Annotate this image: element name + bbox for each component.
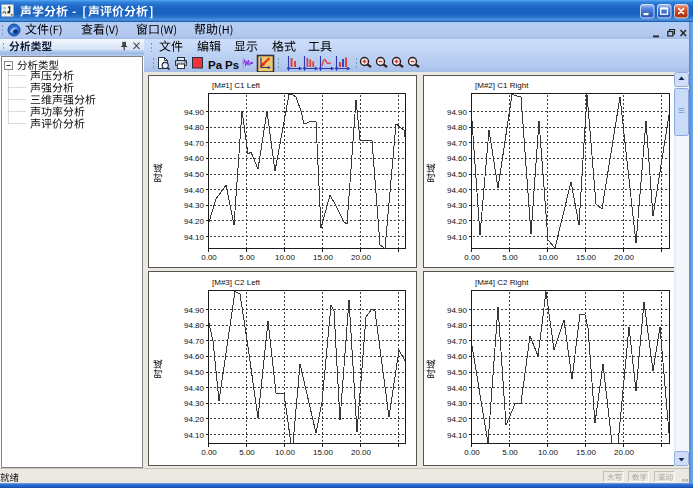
svg-text:[M#3] C2 Left: [M#3] C2 Left [212,278,261,287]
svg-text:94.40: 94.40 [184,384,205,393]
svg-text:94.60: 94.60 [447,352,468,361]
svg-text:94.70: 94.70 [184,337,205,346]
svg-text:94.20: 94.20 [447,415,468,424]
svg-text:5.00: 5.00 [239,253,255,262]
svg-text:5.00: 5.00 [239,448,255,457]
svg-text:5.00: 5.00 [502,448,518,457]
svg-text:94.10: 94.10 [447,431,468,440]
svg-text:5.00: 5.00 [502,253,518,262]
svg-text:94.30: 94.30 [447,399,468,408]
svg-text:10.00: 10.00 [275,448,296,457]
svg-text:10.00: 10.00 [538,448,559,457]
svg-text:94.50: 94.50 [184,170,205,179]
svg-text:94.90: 94.90 [184,108,205,117]
svg-text:94.50: 94.50 [447,170,468,179]
svg-text:20.00: 20.00 [614,253,635,262]
svg-text:10.00: 10.00 [538,253,559,262]
svg-text:94.90: 94.90 [184,306,205,315]
svg-text:Ps: Ps [225,59,239,71]
svg-text:0.00: 0.00 [201,253,217,262]
svg-text:15.00: 15.00 [576,448,597,457]
svg-text:94.60: 94.60 [184,352,205,361]
svg-text:15.00: 15.00 [576,253,597,262]
svg-text:20.00: 20.00 [351,448,372,457]
svg-text:94.70: 94.70 [184,139,205,148]
svg-text:94.30: 94.30 [184,399,205,408]
svg-text:94.20: 94.20 [447,217,468,226]
svg-text:94.80: 94.80 [447,123,468,132]
svg-text:94.80: 94.80 [184,123,205,132]
svg-text:94.50: 94.50 [447,368,468,377]
svg-text:[M#1] C1 Left: [M#1] C1 Left [212,81,261,90]
svg-text:15.00: 15.00 [313,448,334,457]
svg-text:Pa: Pa [208,59,223,71]
svg-text:94.10: 94.10 [184,233,205,242]
svg-text:94.50: 94.50 [184,368,205,377]
svg-text:94.30: 94.30 [184,201,205,210]
svg-text:94.70: 94.70 [447,139,468,148]
svg-text:[M#2] C1 Right: [M#2] C1 Right [475,81,529,90]
svg-text:94.60: 94.60 [184,154,205,163]
svg-text:94.10: 94.10 [184,431,205,440]
svg-text:94.90: 94.90 [447,108,468,117]
svg-text:0.00: 0.00 [201,448,217,457]
svg-text:10.00: 10.00 [275,253,296,262]
svg-text:15.00: 15.00 [313,253,334,262]
svg-text:0.00: 0.00 [464,253,480,262]
svg-text:94.30: 94.30 [447,201,468,210]
svg-text:94.20: 94.20 [184,217,205,226]
svg-text:94.40: 94.40 [447,186,468,195]
svg-text:94.70: 94.70 [447,337,468,346]
svg-text:94.40: 94.40 [184,186,205,195]
svg-text:[M#4] C2 Right: [M#4] C2 Right [475,278,529,287]
svg-text:94.80: 94.80 [184,321,205,330]
svg-text:94.60: 94.60 [447,154,468,163]
svg-text:94.20: 94.20 [184,415,205,424]
svg-text:20.00: 20.00 [614,448,635,457]
svg-text:94.80: 94.80 [447,321,468,330]
svg-text:20.00: 20.00 [351,253,372,262]
svg-text:94.10: 94.10 [447,233,468,242]
svg-text:94.90: 94.90 [447,306,468,315]
svg-text:94.40: 94.40 [447,384,468,393]
svg-text:0.00: 0.00 [464,448,480,457]
